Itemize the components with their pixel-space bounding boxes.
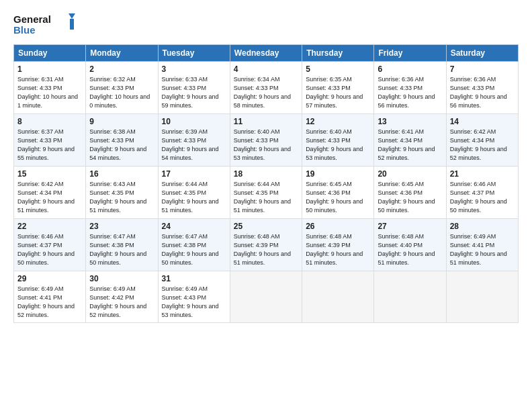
calendar-cell: 14Sunrise: 6:42 AMSunset: 4:34 PMDayligh… [446,114,518,167]
day-number: 4 [234,64,298,74]
day-number: 1 [17,64,82,74]
day-number: 10 [162,117,226,126]
calendar-table: SundayMondayTuesdayWednesdayThursdayFrid… [13,44,519,323]
day-number: 2 [89,64,154,74]
day-number: 18 [234,169,298,179]
day-number: 30 [89,274,154,283]
day-number: 31 [162,274,226,283]
day-number: 27 [378,222,442,231]
day-info: Sunrise: 6:36 AMSunset: 4:33 PMDaylight:… [378,75,442,110]
calendar-cell: 13Sunrise: 6:41 AMSunset: 4:34 PMDayligh… [374,114,446,167]
day-info: Sunrise: 6:42 AMSunset: 4:34 PMDaylight:… [450,128,515,163]
day-number: 19 [306,169,370,179]
calendar-cell: 17Sunrise: 6:44 AMSunset: 4:35 PMDayligh… [158,167,230,219]
week-row-3: 15Sunrise: 6:42 AMSunset: 4:34 PMDayligh… [14,167,519,219]
calendar-cell: 31Sunrise: 6:49 AMSunset: 4:43 PMDayligh… [158,271,230,323]
calendar-cell: 9Sunrise: 6:38 AMSunset: 4:33 PMDaylight… [86,114,158,167]
svg-marker-2 [69,13,75,19]
calendar-cell: 8Sunrise: 6:37 AMSunset: 4:33 PMDaylight… [14,114,86,167]
day-info: Sunrise: 6:44 AMSunset: 4:35 PMDaylight:… [162,180,226,215]
day-info: Sunrise: 6:38 AMSunset: 4:33 PMDaylight:… [89,128,154,163]
calendar-cell: 29Sunrise: 6:49 AMSunset: 4:41 PMDayligh… [14,271,86,323]
day-info: Sunrise: 6:31 AMSunset: 4:33 PMDaylight:… [17,75,82,110]
calendar-cell [374,271,446,323]
day-number: 3 [162,64,226,74]
day-number: 22 [17,222,82,231]
day-number: 9 [89,117,154,126]
day-number: 7 [450,64,515,74]
svg-text:General: General [13,13,51,25]
day-number: 23 [89,222,154,231]
weekday-header-monday: Monday [86,45,158,62]
calendar-cell: 30Sunrise: 6:49 AMSunset: 4:42 PMDayligh… [86,271,158,323]
calendar-cell: 18Sunrise: 6:44 AMSunset: 4:35 PMDayligh… [230,167,302,219]
day-number: 20 [378,169,442,179]
calendar-cell: 25Sunrise: 6:48 AMSunset: 4:39 PMDayligh… [230,219,302,271]
week-row-2: 8Sunrise: 6:37 AMSunset: 4:33 PMDaylight… [14,114,519,167]
day-number: 17 [162,169,226,179]
calendar-cell: 1Sunrise: 6:31 AMSunset: 4:33 PMDaylight… [14,62,86,114]
day-number: 24 [162,222,226,231]
calendar-cell: 26Sunrise: 6:48 AMSunset: 4:39 PMDayligh… [302,219,374,271]
day-info: Sunrise: 6:42 AMSunset: 4:34 PMDaylight:… [17,180,82,215]
day-info: Sunrise: 6:46 AMSunset: 4:37 PMDaylight:… [17,232,82,267]
weekday-header-friday: Friday [374,45,446,62]
day-info: Sunrise: 6:49 AMSunset: 4:41 PMDaylight:… [450,232,515,267]
day-info: Sunrise: 6:33 AMSunset: 4:33 PMDaylight:… [162,75,226,110]
day-number: 13 [378,117,442,126]
day-number: 28 [450,222,515,231]
day-info: Sunrise: 6:43 AMSunset: 4:35 PMDaylight:… [89,180,154,215]
weekday-header-thursday: Thursday [302,45,374,62]
day-number: 26 [306,222,370,231]
calendar-cell: 12Sunrise: 6:40 AMSunset: 4:33 PMDayligh… [302,114,374,167]
week-row-1: 1Sunrise: 6:31 AMSunset: 4:33 PMDaylight… [14,62,519,114]
day-info: Sunrise: 6:39 AMSunset: 4:33 PMDaylight:… [162,128,226,163]
day-info: Sunrise: 6:49 AMSunset: 4:43 PMDaylight:… [162,285,226,320]
day-info: Sunrise: 6:34 AMSunset: 4:33 PMDaylight:… [234,75,298,110]
calendar-cell [302,271,374,323]
day-number: 11 [234,117,298,126]
calendar-cell [230,271,302,323]
calendar-cell [446,271,518,323]
day-info: Sunrise: 6:32 AMSunset: 4:33 PMDaylight:… [89,75,154,110]
day-info: Sunrise: 6:48 AMSunset: 4:39 PMDaylight:… [306,232,370,267]
calendar-cell: 7Sunrise: 6:36 AMSunset: 4:33 PMDaylight… [446,62,518,114]
calendar-cell: 20Sunrise: 6:45 AMSunset: 4:36 PMDayligh… [374,167,446,219]
calendar-cell: 5Sunrise: 6:35 AMSunset: 4:33 PMDaylight… [302,62,374,114]
weekday-header-wednesday: Wednesday [230,45,302,62]
calendar-cell: 27Sunrise: 6:48 AMSunset: 4:40 PMDayligh… [374,219,446,271]
day-info: Sunrise: 6:45 AMSunset: 4:36 PMDaylight:… [306,180,370,215]
day-info: Sunrise: 6:46 AMSunset: 4:37 PMDaylight:… [450,180,515,215]
svg-rect-3 [70,19,74,30]
day-number: 21 [450,169,515,179]
day-info: Sunrise: 6:48 AMSunset: 4:40 PMDaylight:… [378,232,442,267]
calendar-cell: 6Sunrise: 6:36 AMSunset: 4:33 PMDaylight… [374,62,446,114]
day-info: Sunrise: 6:44 AMSunset: 4:35 PMDaylight:… [234,180,298,215]
calendar-cell: 21Sunrise: 6:46 AMSunset: 4:37 PMDayligh… [446,167,518,219]
day-number: 14 [450,117,515,126]
calendar-cell: 11Sunrise: 6:40 AMSunset: 4:33 PMDayligh… [230,114,302,167]
day-info: Sunrise: 6:47 AMSunset: 4:38 PMDaylight:… [162,232,226,267]
day-number: 15 [17,169,82,179]
logo: General Blue [13,12,81,38]
day-number: 29 [17,274,82,283]
day-info: Sunrise: 6:47 AMSunset: 4:38 PMDaylight:… [89,232,154,267]
header: General Blue [13,12,519,38]
calendar-cell: 28Sunrise: 6:49 AMSunset: 4:41 PMDayligh… [446,219,518,271]
day-info: Sunrise: 6:35 AMSunset: 4:33 PMDaylight:… [306,75,370,110]
svg-text:Blue: Blue [13,24,36,36]
calendar-cell: 24Sunrise: 6:47 AMSunset: 4:38 PMDayligh… [158,219,230,271]
day-info: Sunrise: 6:36 AMSunset: 4:33 PMDaylight:… [450,75,515,110]
weekday-header-tuesday: Tuesday [158,45,230,62]
calendar-cell: 16Sunrise: 6:43 AMSunset: 4:35 PMDayligh… [86,167,158,219]
calendar-cell: 2Sunrise: 6:32 AMSunset: 4:33 PMDaylight… [86,62,158,114]
logo-svg: General Blue [13,12,81,38]
weekday-header-sunday: Sunday [14,45,86,62]
day-info: Sunrise: 6:40 AMSunset: 4:33 PMDaylight:… [306,128,370,163]
calendar-cell: 19Sunrise: 6:45 AMSunset: 4:36 PMDayligh… [302,167,374,219]
day-number: 16 [89,169,154,179]
day-info: Sunrise: 6:48 AMSunset: 4:39 PMDaylight:… [234,232,298,267]
calendar-page: General Blue SundayMondayTuesdayWednesda… [0,0,532,411]
calendar-cell: 4Sunrise: 6:34 AMSunset: 4:33 PMDaylight… [230,62,302,114]
calendar-cell: 15Sunrise: 6:42 AMSunset: 4:34 PMDayligh… [14,167,86,219]
